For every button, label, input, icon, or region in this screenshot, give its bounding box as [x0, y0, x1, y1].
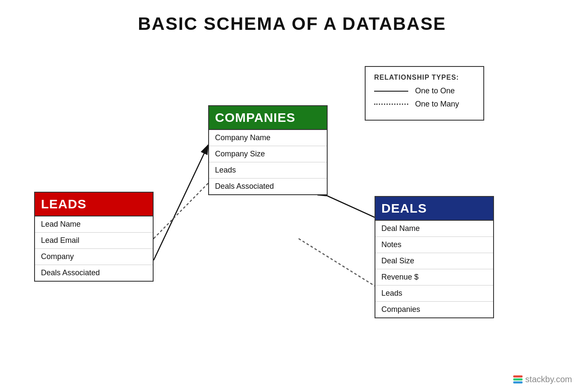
stackby-text: stackby.com	[525, 375, 572, 384]
companies-field-name: Company Name	[209, 130, 327, 146]
leads-table-body: Lead Name Lead Email Company Deals Assoc…	[35, 216, 153, 281]
deals-table: DEALS Deal Name Notes Deal Size Revenue …	[375, 196, 494, 318]
deals-field-companies: Companies	[375, 302, 493, 317]
stackby-icon	[513, 375, 523, 383]
stackby-suffix: .com	[554, 375, 572, 384]
deals-table-body: Deal Name Notes Deal Size Revenue $ Lead…	[375, 220, 493, 317]
stackby-icon-red	[513, 375, 523, 378]
deals-field-notes: Notes	[375, 237, 493, 253]
svg-line-2	[154, 145, 208, 260]
leads-table: LEADS Lead Name Lead Email Company Deals…	[34, 192, 154, 282]
legend-box: RELATIONSHIP TYPES: One to One One to Ma…	[365, 66, 484, 121]
companies-field-deals: Deals Associated	[209, 179, 327, 194]
page-title: BASIC SCHEMA OF A DATABASE	[0, 0, 584, 34]
stackby-icon-blue	[513, 381, 523, 383]
legend-title: RELATIONSHIP TYPES:	[374, 74, 475, 81]
leads-table-header: LEADS	[35, 193, 153, 216]
svg-line-4	[328, 196, 375, 217]
stackby-name: stackby	[525, 375, 553, 384]
legend-one-to-many-label: One to Many	[415, 100, 459, 109]
leads-field-name: Lead Name	[35, 216, 153, 233]
deals-field-leads: Leads	[375, 285, 493, 302]
solid-line-icon	[374, 91, 408, 92]
dotted-line-icon	[374, 104, 408, 105]
stackby-logo: stackby.com	[513, 375, 572, 384]
legend-one-to-many: One to Many	[374, 100, 475, 109]
deals-field-name: Deal Name	[375, 221, 493, 237]
companies-table-body: Company Name Company Size Leads Deals As…	[209, 129, 327, 194]
companies-table-header: COMPANIES	[209, 106, 327, 129]
legend-one-to-one: One to One	[374, 86, 475, 95]
leads-field-deals: Deals Associated	[35, 265, 153, 281]
companies-table: COMPANIES Company Name Company Size Lead…	[208, 105, 328, 195]
leads-field-company: Company	[35, 249, 153, 265]
deals-table-header: DEALS	[375, 197, 493, 220]
companies-field-size: Company Size	[209, 146, 327, 162]
legend-one-to-one-label: One to One	[415, 86, 455, 95]
stackby-icon-green	[513, 378, 523, 380]
leads-field-email: Lead Email	[35, 233, 153, 249]
deals-field-revenue: Revenue $	[375, 269, 493, 285]
deals-field-size: Deal Size	[375, 253, 493, 269]
svg-line-3	[154, 183, 208, 239]
companies-field-leads: Leads	[209, 162, 327, 179]
